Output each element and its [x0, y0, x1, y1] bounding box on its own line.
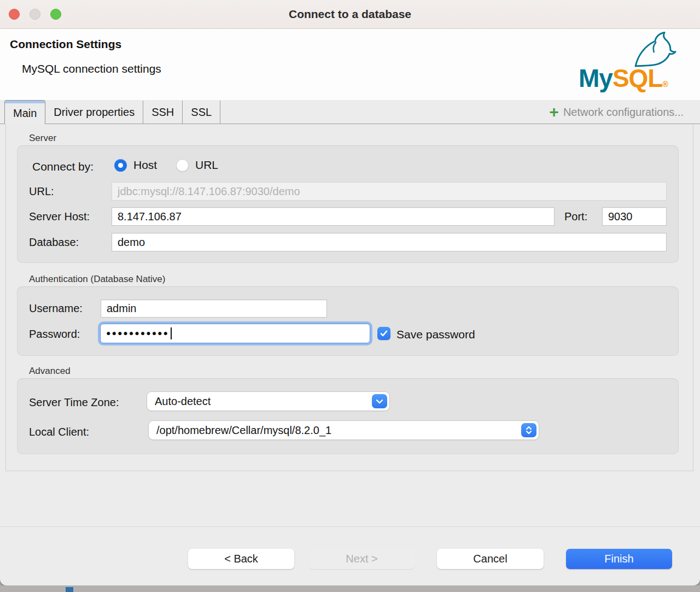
finish-button[interactable]: Finish [566, 549, 672, 569]
host-radio[interactable] [114, 159, 127, 172]
mysql-logo: MySQL® [575, 31, 685, 92]
title-bar: Connect to a database [0, 0, 700, 29]
dock-app-indicator [66, 587, 73, 592]
server-host-input[interactable]: 8.147.106.87 [112, 207, 555, 226]
page-title: Connection Settings [10, 38, 121, 51]
connect-by-host-option[interactable]: Host [114, 159, 157, 172]
connect-by-url-option[interactable]: URL [176, 159, 218, 172]
advanced-section-label: Advanced [29, 366, 71, 377]
dialog-header: Connection Settings MySQL connection set… [0, 29, 700, 100]
page-subtitle: MySQL connection settings [22, 62, 161, 75]
local-client-label: Local Client: [29, 426, 89, 438]
tab-driver-properties[interactable]: Driver properties [45, 101, 143, 124]
url-radio-label: URL [195, 159, 218, 172]
local-client-value: /opt/homebrew/Cellar/mysql/8.2.0_1 [156, 424, 331, 437]
chevron-down-icon[interactable] [372, 394, 387, 408]
server-time-zone-combo[interactable]: Auto-detect [147, 391, 390, 411]
port-label: Port: [564, 210, 587, 223]
tab-main[interactable]: Main [4, 100, 45, 124]
username-input[interactable]: admin [101, 300, 327, 318]
host-radio-label: Host [133, 159, 157, 172]
tab-ssl[interactable]: SSL [183, 101, 220, 124]
desktop-background-strip [0, 585, 700, 592]
database-label: Database: [29, 236, 79, 249]
plus-icon: + [549, 104, 559, 120]
server-time-zone-value: Auto-detect [155, 395, 211, 408]
password-label: Password: [29, 328, 80, 341]
auth-section-label: Authentication (Database Native) [29, 274, 165, 285]
server-time-zone-label: Server Time Zone: [29, 396, 119, 409]
network-configurations-label: Network configurations... [563, 106, 684, 119]
url-input: jdbc:mysql://8.147.106.87:9030/demo [112, 182, 667, 201]
save-password-checkbox[interactable] [377, 327, 390, 340]
button-bar-separator [0, 526, 700, 527]
server-host-label: Server Host: [29, 210, 90, 223]
password-input[interactable]: ●●●●●●●●●●● [100, 324, 370, 343]
save-password-label: Save password [396, 328, 475, 341]
next-button: Next > [309, 549, 415, 569]
main-tab-panel: Server Connect by: Host URL URL: jdbc:my… [5, 124, 693, 471]
server-section-label: Server [29, 133, 56, 144]
auth-groupbox [17, 286, 679, 356]
cancel-button[interactable]: Cancel [437, 549, 544, 569]
url-radio[interactable] [176, 159, 189, 172]
tab-strip: Main Driver properties SSH SSL + Network… [0, 100, 700, 124]
advanced-groupbox [17, 378, 679, 454]
connect-by-label: Connect by: [32, 160, 94, 173]
chevron-up-down-icon[interactable] [521, 423, 536, 437]
url-label: URL: [29, 185, 54, 198]
connect-dialog-window: Connect to a database Connection Setting… [0, 0, 700, 585]
database-input[interactable]: demo [112, 233, 667, 251]
tab-ssh[interactable]: SSH [143, 101, 183, 124]
window-title: Connect to a database [0, 0, 700, 28]
mysql-wordmark: MySQL® [579, 66, 668, 91]
checkmark-icon [380, 330, 388, 337]
network-configurations-link[interactable]: + Network configurations... [549, 100, 684, 124]
username-label: Username: [29, 302, 83, 315]
local-client-combo[interactable]: /opt/homebrew/Cellar/mysql/8.2.0_1 [148, 420, 539, 440]
port-input[interactable]: 9030 [602, 207, 667, 226]
back-button[interactable]: < Back [188, 549, 294, 569]
password-masked-value: ●●●●●●●●●●● [106, 327, 172, 339]
